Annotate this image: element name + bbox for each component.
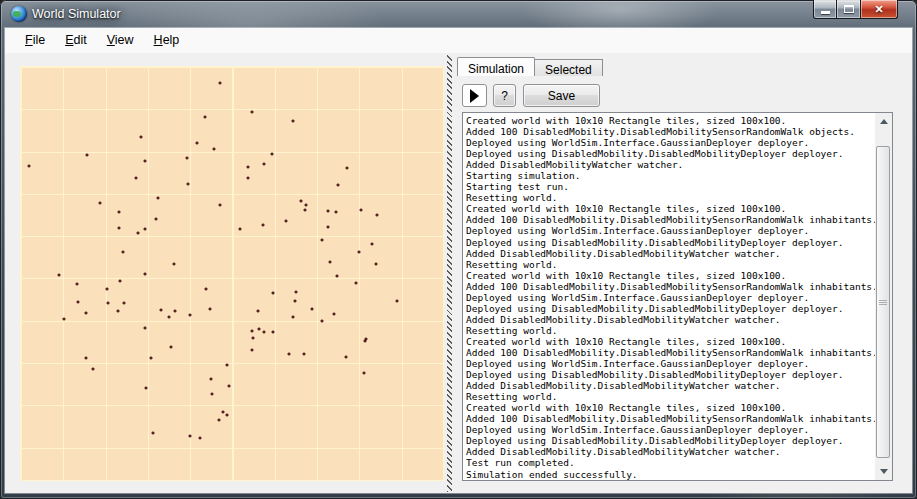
- arrow-down-icon: [880, 469, 888, 474]
- log-line: Created world with 10x10 Rectangle tiles…: [466, 270, 875, 281]
- log-line: Added DisabledMobilityWatcher watcher.: [466, 159, 875, 170]
- scroll-up-button[interactable]: [875, 113, 892, 130]
- log-line: Created world with 10x10 Rectangle tiles…: [466, 402, 875, 413]
- log-line: Simulation ended successfully.: [466, 469, 875, 480]
- close-button[interactable]: ✕: [861, 0, 898, 19]
- panel-splitter[interactable]: [447, 55, 452, 492]
- save-button[interactable]: Save: [523, 84, 600, 107]
- log-line: Added 100 DisabledMobility.DisabledMobil…: [466, 413, 875, 424]
- log-line: Deployed using DisabledMobility.Disabled…: [466, 237, 875, 248]
- maximize-icon: [844, 5, 854, 13]
- app-window: World Simulator ✕ FileEditViewHelp Simul…: [0, 0, 917, 499]
- help-button[interactable]: ?: [493, 84, 516, 107]
- log-line: Deployed using WorldSim.Interface.Gaussi…: [466, 292, 875, 303]
- app-globe-icon: [11, 6, 27, 22]
- menu-item-file[interactable]: File: [16, 28, 54, 53]
- log-line: Added DisabledMobility.DisabledMobilityW…: [466, 314, 875, 325]
- arrow-up-icon: [880, 119, 888, 124]
- close-icon: ✕: [874, 4, 883, 15]
- menu-item-help[interactable]: Help: [145, 28, 189, 53]
- log-line: Deployed using DisabledMobility.Disabled…: [466, 369, 875, 380]
- menu-bar: FileEditViewHelp: [5, 28, 912, 54]
- minimize-button[interactable]: [813, 0, 837, 19]
- log-line: Resetting world.: [466, 325, 875, 336]
- scroll-down-button[interactable]: [875, 463, 892, 480]
- log-line: Added 100 DisabledMobility.DisabledMobil…: [466, 126, 875, 137]
- log-line: Created world with 10x10 Rectangle tiles…: [466, 336, 875, 347]
- play-button[interactable]: [462, 84, 487, 107]
- menu-item-view[interactable]: View: [98, 28, 143, 53]
- log-line: Added 100 DisabledMobility.DisabledMobil…: [466, 214, 875, 225]
- log-line: Added DisabledMobility.DisabledMobilityW…: [466, 446, 875, 457]
- log-line: Deployed using DisabledMobility.Disabled…: [466, 148, 875, 159]
- maximize-button[interactable]: [837, 0, 861, 19]
- thumb-grip-icon: [879, 300, 887, 305]
- menu-item-edit[interactable]: Edit: [56, 28, 96, 53]
- tab-simulation[interactable]: Simulation: [457, 57, 535, 76]
- log-line: Deployed using WorldSim.Interface.Gaussi…: [466, 424, 875, 435]
- log-line: Test run completed.: [466, 457, 875, 468]
- log-line: Added 100 DisabledMobility.DisabledMobil…: [466, 281, 875, 292]
- log-line: Added DisabledMobility.DisabledMobilityW…: [466, 248, 875, 259]
- world-grid[interactable]: [20, 66, 444, 481]
- log-line: Deployed using WorldSim.Interface.Gaussi…: [466, 358, 875, 369]
- log-text: Created world with 10x10 Rectangle tiles…: [463, 113, 875, 480]
- log-line: Resetting world.: [466, 192, 875, 203]
- log-line: Added 100 DisabledMobility.DisabledMobil…: [466, 347, 875, 358]
- log-line: Deployed using WorldSim.Interface.Gaussi…: [466, 137, 875, 148]
- log-scrollbar[interactable]: [875, 113, 892, 480]
- log-line: Deployed using DisabledMobility.Disabled…: [466, 435, 875, 446]
- log-output[interactable]: Created world with 10x10 Rectangle tiles…: [462, 112, 893, 481]
- log-line: Resetting world.: [466, 259, 875, 270]
- tab-selected[interactable]: Selected: [534, 59, 603, 76]
- log-line: Created world with 10x10 Rectangle tiles…: [466, 115, 875, 126]
- window-controls: ✕: [813, 0, 898, 19]
- log-line: Created world with 10x10 Rectangle tiles…: [466, 203, 875, 214]
- world-dot-marks[interactable]: [28, 82, 399, 440]
- world-inhabitants-layer: [21, 67, 443, 480]
- window-title: World Simulator: [32, 7, 121, 21]
- log-line: Starting test run.: [466, 181, 875, 192]
- log-line: Starting simulation.: [466, 170, 875, 181]
- scroll-thumb[interactable]: [876, 146, 890, 458]
- log-line: Deployed using DisabledMobility.Disabled…: [466, 303, 875, 314]
- log-line: Added DisabledMobility.DisabledMobilityW…: [466, 380, 875, 391]
- log-line: Resetting world.: [466, 391, 875, 402]
- log-line: Deployed using WorldSim.Interface.Gaussi…: [466, 225, 875, 236]
- client-area: FileEditViewHelp SimulationSelected ? Sa…: [5, 28, 912, 493]
- tab-strip: SimulationSelected: [457, 57, 602, 76]
- play-icon: [470, 89, 479, 103]
- minimize-icon: [821, 11, 830, 14]
- title-bar[interactable]: World Simulator ✕: [0, 0, 917, 28]
